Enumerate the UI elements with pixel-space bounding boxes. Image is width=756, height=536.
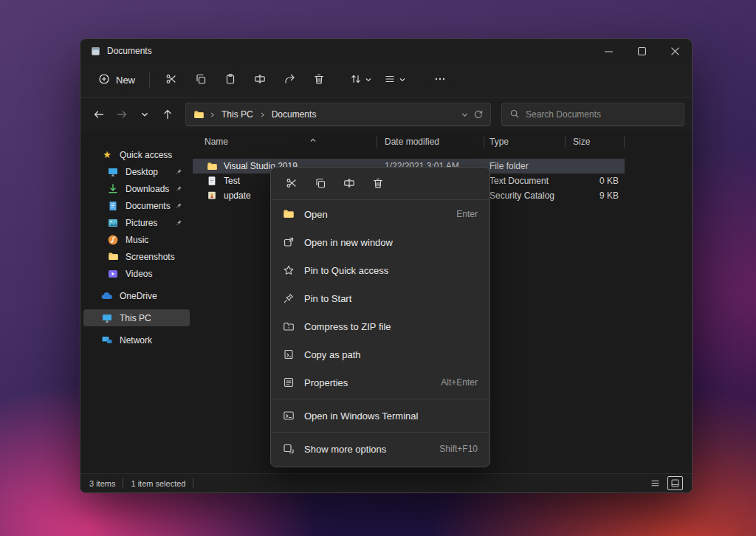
view-toggles	[647, 476, 683, 490]
more-options-button[interactable]	[425, 68, 455, 93]
window-title: Documents	[107, 46, 152, 56]
share-icon	[284, 73, 295, 87]
menu-item-pin-to-quick-access[interactable]: Pin to Quick access	[271, 256, 489, 284]
delete-button[interactable]	[365, 172, 391, 197]
menu-item-open-in-new-window[interactable]: Open in new window	[271, 228, 489, 256]
menu-item-compress-to-zip[interactable]: Compress to ZIP file	[271, 312, 489, 340]
status-divider	[123, 478, 123, 488]
open-folder-icon	[283, 208, 295, 220]
new-button[interactable]: New	[91, 68, 142, 92]
file-size: 0 KB	[566, 176, 625, 186]
onedrive-cloud-icon	[101, 290, 113, 302]
menu-item-pin-to-start[interactable]: Pin to Start	[271, 284, 489, 312]
address-dropdown-chevron-icon[interactable]	[461, 111, 469, 119]
sidebar-item-screenshots[interactable]: Screenshots	[83, 248, 190, 265]
breadcrumb-documents[interactable]: Documents	[270, 109, 318, 120]
recent-locations-button[interactable]	[134, 104, 155, 126]
rename-button[interactable]	[245, 68, 275, 93]
menu-item-copy-as-path[interactable]: Copy as path	[271, 340, 489, 368]
sidebar-item-pictures[interactable]: Pictures	[83, 214, 190, 231]
menu-item-label: Open in Windows Terminal	[304, 410, 468, 422]
paste-button[interactable]	[216, 68, 245, 93]
menu-item-open-in-windows-terminal[interactable]: Open in Windows Terminal	[271, 402, 489, 430]
file-type: Text Document	[484, 176, 566, 186]
ellipsis-icon	[434, 73, 446, 87]
minimize-button[interactable]	[592, 39, 625, 63]
search-icon	[509, 109, 520, 121]
sidebar-item-label: Quick access	[120, 150, 172, 160]
file-size: 9 KB	[566, 190, 625, 201]
menu-item-open[interactable]: Open Enter	[271, 200, 489, 228]
desktop-icon	[107, 166, 119, 178]
refresh-icon[interactable]	[473, 109, 484, 120]
window-controls	[592, 39, 692, 63]
forward-button[interactable]	[111, 104, 132, 126]
menu-item-label: Show more options	[304, 444, 430, 455]
sidebar-item-this-pc[interactable]: This PC	[83, 309, 190, 326]
details-view-button[interactable]	[647, 476, 663, 490]
column-header-name[interactable]: Name	[193, 137, 377, 148]
search-box	[501, 103, 684, 126]
item-count: 3 items	[89, 479, 115, 488]
column-header-date-modified[interactable]: Date modified	[377, 137, 484, 148]
status-divider	[193, 478, 193, 488]
sidebar-item-documents[interactable]: Documents	[83, 197, 190, 214]
sort-button[interactable]	[344, 68, 378, 93]
large-icons-view-button[interactable]	[667, 476, 683, 490]
sidebar-item-label: Network	[120, 335, 152, 346]
command-bar: New	[80, 63, 692, 98]
pin-icon	[176, 219, 182, 226]
back-button[interactable]	[88, 104, 109, 126]
open-new-window-icon	[283, 236, 295, 248]
trash-icon	[372, 177, 384, 191]
view-button[interactable]	[378, 68, 412, 93]
sidebar-item-quick-access[interactable]: ★ Quick access	[83, 146, 190, 163]
menu-separator	[272, 399, 489, 399]
sidebar-item-videos[interactable]: Videos	[83, 265, 190, 282]
plus-icon	[98, 73, 110, 87]
star-icon: ★	[101, 149, 113, 161]
trash-icon	[313, 73, 325, 87]
menu-item-label: Compress to ZIP file	[304, 321, 468, 332]
menu-item-show-more-options[interactable]: Show more options Shift+F10	[271, 435, 489, 463]
menu-item-properties[interactable]: Properties Alt+Enter	[271, 368, 489, 396]
address-bar[interactable]: This PC Documents	[185, 103, 491, 126]
file-name: update	[224, 190, 251, 201]
sidebar-item-network[interactable]: Network	[83, 331, 190, 348]
sidebar-item-desktop[interactable]: Desktop	[83, 163, 190, 180]
chevron-down-icon	[399, 75, 406, 86]
copy-button[interactable]	[307, 172, 333, 197]
text-document-icon	[206, 175, 218, 187]
copy-icon	[195, 73, 207, 87]
share-button[interactable]	[275, 68, 304, 93]
sidebar-item-downloads[interactable]: Downloads	[83, 180, 190, 197]
network-icon	[101, 334, 113, 346]
menu-item-label: Open in new window	[304, 237, 468, 248]
column-headers: Name Date modified Type Size	[193, 131, 692, 153]
column-header-size[interactable]: Size	[566, 137, 625, 148]
up-button[interactable]	[157, 104, 178, 126]
downloads-icon	[107, 183, 119, 195]
breadcrumb-this-pc[interactable]: This PC	[220, 109, 255, 120]
search-input[interactable]	[526, 109, 676, 120]
paste-icon	[224, 73, 236, 87]
rename-button[interactable]	[336, 172, 362, 197]
sidebar-item-label: Screenshots	[126, 252, 175, 262]
star-outline-icon	[283, 264, 295, 276]
rename-icon	[343, 177, 355, 191]
cut-button[interactable]	[278, 172, 304, 197]
cut-button[interactable]	[157, 68, 186, 93]
sidebar-item-music[interactable]: Music	[83, 231, 190, 248]
menu-separator	[272, 432, 489, 433]
column-header-type[interactable]: Type	[484, 137, 566, 148]
menu-item-shortcut: Shift+F10	[439, 444, 478, 454]
this-pc-icon	[101, 312, 113, 324]
maximize-button[interactable]	[625, 39, 659, 63]
selection-count: 1 item selected	[131, 479, 185, 488]
copy-button[interactable]	[186, 68, 216, 93]
column-label: Type	[489, 137, 509, 147]
delete-button[interactable]	[304, 68, 334, 93]
close-button[interactable]	[659, 39, 692, 63]
cut-icon	[286, 177, 298, 191]
sidebar-item-onedrive[interactable]: OneDrive	[83, 287, 190, 304]
